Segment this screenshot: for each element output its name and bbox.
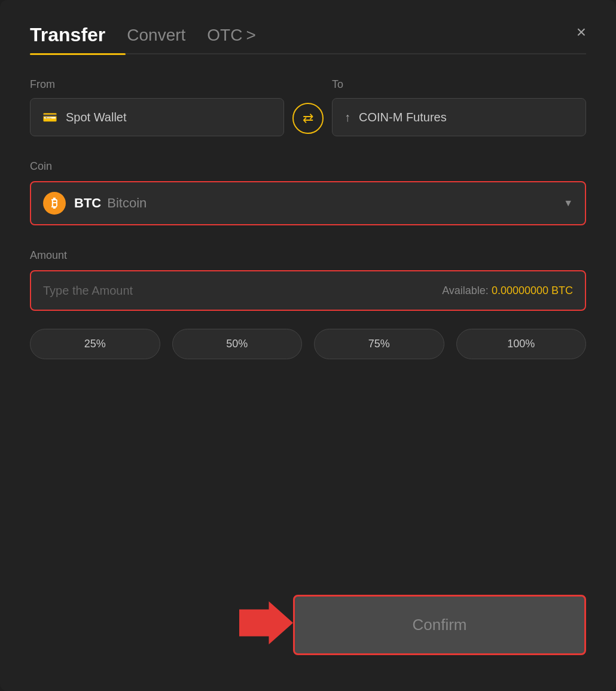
arrow-indicator bbox=[239, 599, 293, 649]
from-field-group: From 💳 Spot Wallet bbox=[30, 78, 284, 136]
svg-marker-0 bbox=[239, 601, 293, 644]
from-wallet-value: Spot Wallet bbox=[66, 111, 127, 124]
chevron-down-icon: ▼ bbox=[563, 198, 573, 209]
coin-text: BTC Bitcoin bbox=[74, 195, 555, 211]
coin-symbol: BTC bbox=[74, 195, 101, 211]
swap-button[interactable]: ⇄ bbox=[292, 103, 324, 134]
modal-header: Transfer Convert OTC > × bbox=[30, 24, 586, 53]
percent-75-button[interactable]: 75% bbox=[314, 329, 444, 359]
swap-icon: ⇄ bbox=[303, 111, 313, 126]
coin-name: Bitcoin bbox=[107, 195, 147, 211]
tab-otc[interactable]: OTC > bbox=[207, 26, 255, 52]
transfer-modal: Transfer Convert OTC > × From 💳 Spot Wal… bbox=[0, 0, 616, 691]
amount-label: Amount bbox=[30, 249, 586, 262]
btc-icon: ₿ bbox=[43, 192, 66, 215]
available-amount: 0.00000000 BTC bbox=[492, 285, 573, 296]
percent-25-button[interactable]: 25% bbox=[30, 329, 160, 359]
to-field-group: To ↑ COIN-M Futures bbox=[332, 78, 586, 136]
to-wallet-selector[interactable]: ↑ COIN-M Futures bbox=[332, 98, 586, 136]
amount-box: Available: 0.00000000 BTC bbox=[30, 270, 586, 311]
amount-section: Amount Available: 0.00000000 BTC bbox=[30, 249, 586, 329]
percent-100-button[interactable]: 100% bbox=[456, 329, 587, 359]
swap-button-container: ⇄ bbox=[284, 103, 332, 136]
tab-convert[interactable]: Convert bbox=[127, 26, 185, 52]
from-wallet-selector[interactable]: 💳 Spot Wallet bbox=[30, 98, 284, 136]
tab-transfer[interactable]: Transfer bbox=[30, 24, 105, 53]
confirm-button[interactable]: Confirm bbox=[293, 595, 586, 655]
otc-chevron-icon: > bbox=[246, 26, 255, 45]
tab-underline bbox=[30, 53, 586, 54]
coin-dropdown[interactable]: ₿ BTC Bitcoin ▼ bbox=[30, 181, 586, 225]
close-button[interactable]: × bbox=[577, 24, 586, 41]
to-wallet-value: COIN-M Futures bbox=[359, 111, 447, 124]
percent-row: 25% 50% 75% 100% bbox=[30, 329, 586, 359]
available-text: Available: 0.00000000 BTC bbox=[442, 285, 573, 297]
bottom-row: Confirm bbox=[30, 595, 586, 655]
wallet-icon: 💳 bbox=[42, 110, 57, 124]
active-tab-indicator bbox=[30, 53, 126, 55]
percent-50-button[interactable]: 50% bbox=[172, 329, 303, 359]
to-label: To bbox=[332, 78, 586, 91]
from-label: From bbox=[30, 78, 284, 91]
coin-label: Coin bbox=[30, 160, 586, 173]
futures-icon: ↑ bbox=[344, 111, 350, 124]
coin-section: Coin ₿ BTC Bitcoin ▼ bbox=[30, 160, 586, 249]
amount-input[interactable] bbox=[43, 284, 442, 298]
from-to-row: From 💳 Spot Wallet ⇄ To ↑ COIN-M Futures bbox=[30, 78, 586, 136]
